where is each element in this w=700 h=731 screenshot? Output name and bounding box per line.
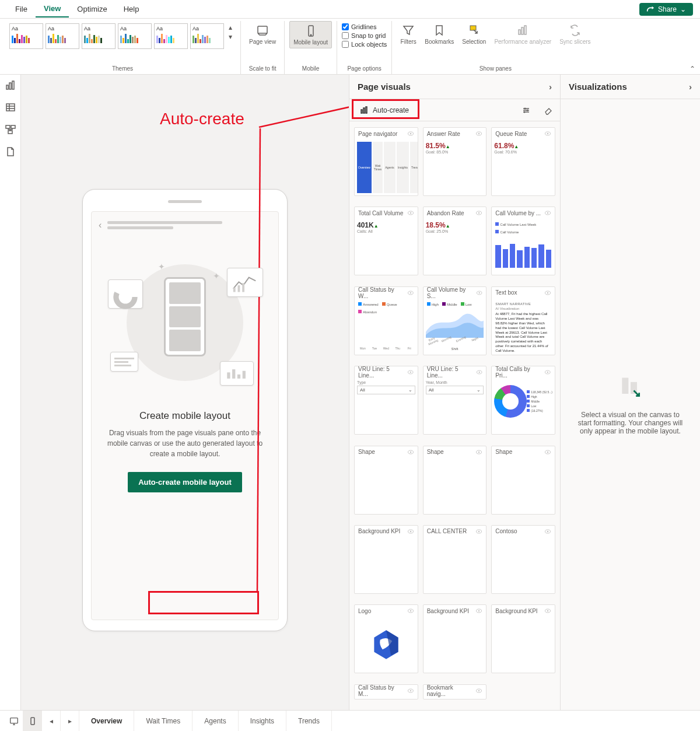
ribbon-collapse-icon[interactable]: ⌃ (690, 65, 695, 73)
collapse-viz-icon[interactable]: › (689, 82, 692, 92)
page-visual-card[interactable]: Abandon Rate18.5%▲Goal: 25.0% (423, 207, 487, 275)
page-tabs-bar: ◂ ▸ OverviewWait TimesAgentsInsightsTren… (0, 710, 700, 731)
svg-point-61 (410, 531, 411, 532)
eraser-icon[interactable] (544, 106, 553, 115)
prev-page-button[interactable]: ◂ (42, 711, 61, 731)
menu-optimize[interactable]: Optimize (69, 1, 115, 17)
svg-rect-11 (6, 125, 10, 128)
mobile-layout-button[interactable]: Mobile layout (289, 21, 332, 48)
filters-button[interactable]: Filters (397, 21, 420, 47)
rail-table-icon[interactable] (5, 102, 16, 113)
svg-point-43 (410, 292, 411, 293)
gridlines-checkbox[interactable]: Gridlines (342, 23, 387, 30)
performance-button[interactable]: Performance analyzer (491, 21, 555, 47)
theme-thumb[interactable]: Aa (154, 23, 188, 49)
page-visual-card[interactable]: Total Calls by Pri...118,345 (52.5...)Hi… (491, 366, 555, 435)
svg-rect-4 (519, 30, 520, 34)
page-visual-card[interactable]: VRU Line: 5 Line...TypeAll⌄ (354, 366, 418, 435)
page-visual-card[interactable]: CALL CENTER (423, 525, 487, 594)
rail-model-icon[interactable] (5, 124, 16, 135)
page-visual-card[interactable]: Shape (491, 446, 555, 515)
mobile-layout-title: Create mobile layout (139, 410, 230, 422)
mobile-group-label: Mobile (302, 64, 319, 74)
svg-rect-7 (6, 85, 8, 89)
menu-file[interactable]: File (7, 1, 36, 17)
page-options-label: Page options (347, 64, 381, 74)
settings-icon[interactable] (522, 106, 531, 115)
page-visual-card[interactable]: Background KPI (354, 525, 418, 594)
mobile-view-button[interactable] (23, 711, 42, 731)
bookmarks-button[interactable]: Bookmarks (421, 21, 457, 47)
menu-help[interactable]: Help (116, 1, 148, 17)
snap-checkbox[interactable]: Snap to grid (342, 32, 387, 39)
page-visual-card[interactable]: Call Volume by S...HighMiddleLowEarly Mo… (423, 286, 487, 355)
page-visual-card[interactable]: Page navigatorOverviewWait TimesAgentsIn… (354, 127, 418, 196)
page-tab[interactable]: Trends (286, 711, 332, 731)
page-tab[interactable]: Wait Times (134, 711, 192, 731)
page-visual-card[interactable]: Contoso (491, 525, 555, 594)
page-visual-card[interactable]: Call Status by M... (354, 684, 418, 699)
svg-point-55 (410, 451, 411, 452)
page-tab[interactable]: Insights (239, 711, 286, 731)
svg-point-47 (547, 292, 548, 293)
svg-point-57 (478, 451, 480, 452)
page-visual-card[interactable]: VRU Line: 5 Line...Year, MonthAll⌄ (423, 366, 487, 435)
desktop-view-button[interactable] (5, 711, 23, 731)
svg-point-35 (547, 133, 548, 134)
visualizations-title: Visualizations (569, 82, 627, 92)
collapse-pane-icon[interactable]: › (549, 82, 552, 92)
theme-thumb[interactable]: Aa (82, 23, 116, 49)
page-view-button[interactable]: Page view (246, 21, 279, 47)
menubar: File View Optimize Help Share ⌄ (0, 0, 700, 19)
page-visual-card[interactable]: Shape (354, 446, 418, 515)
page-visual-card[interactable]: Background KPI (423, 604, 487, 673)
ribbon-group-show-panes: Filters Bookmarks Selection Performance … (392, 21, 598, 74)
page-visual-card[interactable]: Call Volume by ...Call Volume Last WeekC… (491, 207, 555, 275)
auto-create-mobile-button[interactable]: Auto-create mobile layout (128, 472, 242, 492)
page-visual-card[interactable]: Queue Rate61.8%▲Goal: 70.6% (491, 127, 555, 196)
menu-view[interactable]: View (36, 1, 69, 18)
page-visual-card[interactable]: Text boxSMART NARRATIVEAI VisualizationA… (491, 286, 555, 355)
selection-button[interactable]: Selection (459, 21, 489, 47)
theme-thumb[interactable]: Aa (190, 23, 224, 49)
svg-point-75 (478, 690, 480, 691)
lock-checkbox[interactable]: Lock objects (342, 41, 387, 48)
themes-expand[interactable]: ▴▾ (226, 23, 236, 41)
card-title: Shape (427, 449, 444, 455)
page-visual-card[interactable]: Shape (423, 446, 487, 515)
theme-thumb[interactable]: Aa (118, 23, 152, 49)
svg-rect-5 (522, 27, 523, 34)
rail-dax-icon[interactable] (5, 146, 16, 158)
sync-slicers-button[interactable]: Sync slicers (556, 21, 594, 47)
visualizations-pane: Visualizations › Select a visual on the … (560, 75, 700, 710)
svg-point-27 (524, 107, 526, 109)
svg-rect-76 (622, 377, 628, 394)
page-visual-card[interactable]: Answer Rate81.5%▲Goal: 85.0% (423, 127, 487, 196)
svg-point-69 (478, 610, 480, 611)
page-visual-card[interactable]: Background KPI (491, 604, 555, 673)
svg-rect-22 (237, 375, 240, 379)
theme-thumb[interactable]: Aa (9, 23, 43, 49)
svg-point-51 (479, 372, 480, 373)
rail-report-icon[interactable] (5, 79, 16, 91)
card-title: Bookmark navig... (427, 684, 474, 697)
svg-point-28 (527, 109, 528, 111)
svg-rect-79 (31, 718, 34, 725)
svg-rect-21 (232, 369, 235, 379)
card-title: Total Calls by Pri... (495, 366, 542, 379)
page-visual-card[interactable]: Logo (354, 604, 418, 673)
page-tab[interactable]: Agents (192, 711, 238, 731)
page-tab[interactable]: Overview (79, 711, 134, 731)
card-title: CALL CENTER (427, 528, 467, 534)
next-page-button[interactable]: ▸ (61, 711, 79, 731)
page-visual-card[interactable]: Call Status by W...AnsweredQueueAbandonM… (354, 286, 418, 355)
svg-point-37 (410, 212, 411, 214)
card-title: Text box (495, 289, 517, 296)
share-button[interactable]: Share ⌄ (639, 3, 693, 16)
page-visual-card[interactable]: Total Call Volume401K▲Calls: All (354, 207, 418, 275)
page-visual-card[interactable]: Bookmark navig... (423, 684, 487, 699)
svg-point-63 (478, 531, 480, 532)
page-visuals-pane: Page visuals › Auto-create Page navigato… (349, 75, 560, 710)
auto-create-toolbar-button[interactable]: Auto-create (356, 103, 412, 117)
theme-thumb[interactable]: Aa (46, 23, 79, 49)
